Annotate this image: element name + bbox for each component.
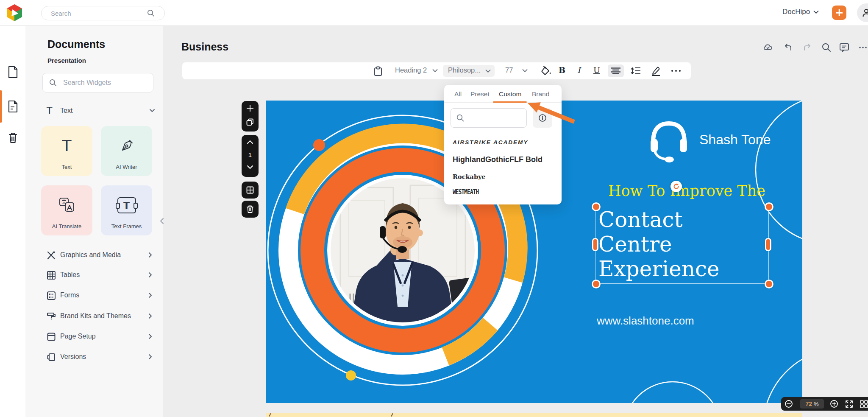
sidebar-item-tables[interactable]: Tables <box>25 266 163 286</box>
page-delete <box>242 201 259 218</box>
chevron-down-icon[interactable] <box>432 69 438 73</box>
panel-collapse-handle[interactable] <box>160 218 164 224</box>
resize-handle-nw[interactable] <box>592 202 601 211</box>
text-frame-icon: T <box>101 197 152 213</box>
sidebar-item-brand-kits[interactable]: Brand Kits and Themes <box>25 307 163 327</box>
highlight-pen-icon[interactable] <box>650 66 661 76</box>
zoom-in-icon[interactable] <box>830 400 838 408</box>
user-avatar[interactable] <box>857 3 868 22</box>
font-size-select[interactable]: 77 <box>505 66 513 74</box>
global-search-box[interactable] <box>41 6 165 20</box>
search-icon[interactable] <box>147 9 155 17</box>
font-option-rockabye[interactable]: Rockabye <box>453 173 486 184</box>
page-down-button[interactable] <box>242 160 259 174</box>
cloud-saved-icon <box>762 42 774 53</box>
tab-custom[interactable]: Custom <box>499 90 521 98</box>
global-search-input[interactable] <box>50 8 145 18</box>
add-page-button[interactable] <box>242 101 259 115</box>
page-up-button[interactable] <box>242 135 259 149</box>
zoom-out-icon[interactable] <box>785 400 793 408</box>
tab-all[interactable]: All <box>454 90 462 98</box>
align-center-button[interactable] <box>608 64 624 77</box>
fullscreen-icon[interactable] <box>845 400 853 408</box>
page-grid-view <box>242 182 259 199</box>
text-section-header[interactable]: T Text <box>25 104 163 118</box>
redo-icon[interactable] <box>801 42 813 53</box>
resize-handle-ne[interactable] <box>765 202 773 211</box>
canvas-website-text[interactable]: www.slashtone.com <box>597 314 694 327</box>
text-style-select[interactable]: Heading 2 <box>395 66 427 74</box>
zoom-value: 72 <box>805 400 812 407</box>
bold-button[interactable]: B <box>559 65 565 75</box>
font-search-box[interactable] <box>451 108 527 128</box>
fill-color-icon[interactable] <box>541 66 552 76</box>
document-title[interactable]: Business <box>181 41 228 53</box>
widget-card-ai-writer[interactable]: AI Writer <box>101 126 152 176</box>
new-document-icon[interactable] <box>7 66 19 78</box>
tab-preset[interactable]: Preset <box>470 90 490 98</box>
undo-icon[interactable] <box>782 42 794 53</box>
panel-subtitle: Presentation <box>47 57 86 64</box>
workspace-switcher[interactable]: DocHipo <box>782 8 819 16</box>
translate-icon <box>41 197 92 213</box>
graphics-icon <box>47 251 56 260</box>
resize-handle-sw[interactable] <box>592 280 601 288</box>
widget-card-label: Text Frames <box>101 223 152 229</box>
sidebar-item-page-setup[interactable]: Page Setup <box>25 327 163 347</box>
widget-search-box[interactable] <box>42 73 153 92</box>
line-spacing-icon[interactable] <box>631 66 641 76</box>
resize-handle-w[interactable] <box>592 238 598 251</box>
grid-view-button[interactable] <box>242 182 259 199</box>
comment-icon[interactable] <box>838 42 850 53</box>
create-document-button[interactable] <box>832 6 846 20</box>
widget-card-ai-translate[interactable]: AI Translate <box>41 185 92 235</box>
chevron-down-icon[interactable] <box>149 109 155 112</box>
next-page-content-mark <box>269 413 271 417</box>
clipboard-icon[interactable] <box>373 66 383 76</box>
italic-button[interactable]: I <box>577 65 581 75</box>
zoom-unit: % <box>814 401 819 407</box>
pages-overview-icon[interactable] <box>860 400 868 408</box>
font-family-select[interactable]: Philosop... <box>443 65 495 77</box>
chevron-right-icon <box>148 354 152 360</box>
selected-text-element[interactable]: Contact Centre Experience <box>598 207 720 281</box>
table-icon <box>47 271 56 280</box>
font-option-highlandgothic[interactable]: HighlandGothicFLF Bold <box>453 155 542 166</box>
dochipo-logo-icon[interactable] <box>6 4 23 21</box>
font-option-westmeath[interactable]: WESTMEATH <box>453 188 479 199</box>
font-search-input[interactable] <box>469 113 525 123</box>
versions-icon <box>47 353 56 362</box>
font-option-airstrike-academy[interactable]: AIRSTRIKE ACADEMY <box>453 139 528 150</box>
delete-page-button[interactable] <box>242 201 259 218</box>
duplicate-page-button[interactable] <box>242 115 259 129</box>
sidebar-item-versions[interactable]: Versions <box>25 347 163 368</box>
documents-panel: Documents Presentation T Text T Text AI … <box>25 25 163 417</box>
widget-card-text-frames[interactable]: T Text Frames <box>101 185 152 235</box>
resize-handle-e[interactable] <box>765 238 771 251</box>
widget-card-text[interactable]: T Text <box>41 126 92 176</box>
resize-handle-se[interactable] <box>765 280 773 288</box>
search-canvas-icon[interactable] <box>821 42 832 53</box>
widget-search-input[interactable] <box>62 77 149 88</box>
chevron-down-icon[interactable] <box>522 69 528 73</box>
more-options-icon[interactable] <box>857 42 868 53</box>
canvas-brand-text[interactable]: Shash Tone <box>699 132 771 148</box>
documents-panel-icon[interactable] <box>7 100 19 113</box>
workspace-label: DocHipo <box>782 8 810 16</box>
panel-title: Documents <box>47 38 105 50</box>
sidebar-item-graphics-and-media[interactable]: Graphics and Media <box>25 246 163 266</box>
rotate-handle[interactable] <box>670 181 682 192</box>
chevron-down-icon <box>813 10 819 14</box>
zoom-bar: 72 % <box>781 397 868 411</box>
underline-button[interactable]: U <box>593 65 600 75</box>
search-icon <box>456 114 465 122</box>
zoom-level-field[interactable]: 72 % <box>800 399 824 409</box>
next-page-preview[interactable] <box>266 413 802 417</box>
page-navigator: 1 <box>242 135 259 177</box>
canvas-heading-text[interactable]: How To Improve The <box>608 182 765 199</box>
search-icon <box>49 78 57 87</box>
chevron-down-icon <box>485 69 491 73</box>
trash-icon[interactable] <box>7 131 19 144</box>
more-tools-icon[interactable] <box>670 69 682 73</box>
sidebar-item-forms[interactable]: Forms <box>25 286 163 306</box>
